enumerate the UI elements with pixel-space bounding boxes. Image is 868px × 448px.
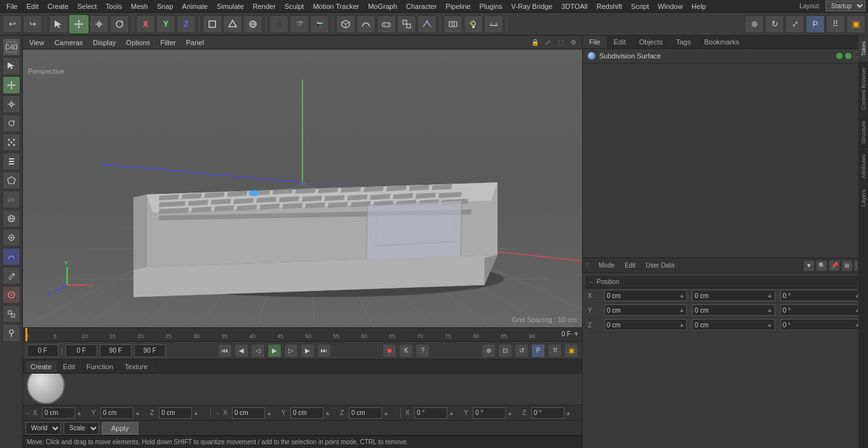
menu-sculpt[interactable]: Sculpt (281, 1, 308, 11)
menu-plugins[interactable]: Plugins (475, 1, 506, 11)
light-button[interactable] (464, 15, 483, 33)
palette-button[interactable]: P (806, 15, 825, 33)
z-rot-arrow[interactable]: ▲ (767, 322, 773, 328)
menu-tools[interactable]: Tools (102, 1, 126, 11)
z-axis-button[interactable]: Z (177, 15, 196, 33)
bottom-tab-edit[interactable]: Edit (58, 361, 81, 372)
menu-animate[interactable]: Animate (179, 1, 212, 11)
vp-menu-cameras[interactable]: Cameras (52, 37, 86, 48)
prev-key-button[interactable]: ◁ (251, 344, 265, 358)
coord-ry-input[interactable] (290, 407, 323, 419)
render-mode-button[interactable]: ▣ (564, 344, 578, 358)
menu-select[interactable]: Select (74, 1, 101, 11)
menu-character[interactable]: Character (402, 1, 440, 11)
vp-menu-panel[interactable]: Panel (184, 37, 207, 48)
material-item-logitec[interactable]: Logitecl (27, 374, 65, 405)
bookmarks-tab[interactable]: Bookmarks (698, 36, 746, 48)
menu-pipeline[interactable]: Pipeline (442, 1, 474, 11)
objects-tab[interactable]: File (583, 36, 607, 48)
sidebar-rotate-btn[interactable] (3, 114, 20, 132)
object-visible-dot[interactable] (836, 53, 843, 59)
menu-help[interactable]: Help (688, 1, 710, 11)
sidebar-uvw-btn[interactable]: UV (3, 191, 20, 208)
world-space-dropdown[interactable]: World (25, 422, 61, 435)
next-frame-button[interactable]: ▶ (301, 344, 315, 358)
vp-move-icon[interactable]: ⤢ (543, 37, 553, 48)
bottom-tab-function[interactable]: Function (81, 361, 119, 372)
scale-obj-button[interactable]: ⤢ (785, 15, 804, 33)
object-list-item-subdivision[interactable]: Subdivision Surface ✓ (583, 49, 868, 64)
menu-script[interactable]: Script (627, 1, 653, 11)
edit-tab[interactable]: Edit (607, 36, 633, 48)
sidebar-shader-btn[interactable] (3, 286, 20, 304)
floor-button[interactable] (484, 15, 503, 33)
y-rot-arrow[interactable]: ▲ (767, 307, 773, 313)
vp-settings-icon[interactable]: ⚙ (568, 37, 578, 48)
model-mode-button[interactable] (223, 15, 242, 33)
layout-dropdown[interactable]: Startup (825, 1, 865, 11)
z-pos-arrow[interactable]: ▲ (679, 322, 684, 328)
rotate-tool-button[interactable] (110, 15, 129, 33)
coord-sy-input[interactable] (473, 407, 506, 419)
deformer-button[interactable] (417, 15, 437, 33)
move-obj-button[interactable]: ⊕ (745, 15, 764, 33)
vp-expand-icon[interactable]: ⬚ (555, 37, 566, 48)
sidebar-poly-btn[interactable] (3, 172, 20, 189)
render-active-button[interactable]: ▣ (846, 15, 865, 33)
sidebar-polygon-btn[interactable] (3, 305, 20, 323)
move-tool-button[interactable] (69, 15, 88, 33)
spline-button[interactable] (356, 15, 376, 33)
menu-simulate[interactable]: Simulate (213, 1, 248, 11)
preview-start-input[interactable] (100, 344, 132, 357)
y-pos-arrow[interactable]: ▲ (679, 307, 684, 313)
vtab-layers[interactable]: Layers (858, 184, 868, 212)
vp-lock-icon[interactable]: 🔒 (530, 37, 540, 48)
attr-edit-btn[interactable]: Edit (621, 261, 639, 270)
mode-button[interactable]: ⊡ (498, 344, 512, 358)
coord-y-input[interactable] (100, 407, 133, 419)
record-button[interactable]: ⏺ (383, 344, 397, 358)
menu-edit[interactable]: Edit (23, 1, 43, 11)
vtab-content-browser[interactable]: Content Browser (858, 62, 868, 115)
menu-mograph[interactable]: MoGraph (364, 1, 401, 11)
palette-key-button[interactable]: P (531, 344, 545, 358)
vp-menu-display[interactable]: Display (90, 37, 118, 48)
coord-sx-input[interactable] (414, 407, 447, 419)
current-frame-input[interactable] (27, 344, 58, 357)
select-tool-button[interactable] (49, 15, 68, 33)
help-button[interactable]: ? (416, 344, 430, 358)
redo-button[interactable]: ↪ (23, 15, 42, 33)
menu-3dtoall[interactable]: 3DTOAll (557, 1, 591, 11)
menu-redshift[interactable]: Redshift (593, 1, 626, 11)
strip-mode-button[interactable]: ⠿ (548, 344, 562, 358)
sidebar-select-btn[interactable] (3, 57, 20, 75)
tags-tab[interactable]: Tags (670, 36, 698, 48)
cube-button[interactable] (336, 15, 355, 33)
bottom-tab-create[interactable]: Create (25, 361, 57, 372)
coord-x-input[interactable] (42, 407, 75, 419)
multi-select-button[interactable]: ⊕ (482, 344, 496, 358)
material-thumbnail[interactable] (27, 374, 65, 404)
scene-tab[interactable]: Objects (633, 36, 670, 48)
coord-rz-input[interactable] (349, 407, 382, 419)
transform-mode-dropdown[interactable]: Scale (64, 422, 99, 435)
menu-window[interactable]: Window (654, 1, 686, 11)
coord-rx-input[interactable] (232, 407, 265, 419)
sidebar-texture-btn[interactable] (3, 210, 20, 227)
y-axis-button[interactable]: Y (156, 15, 175, 33)
x-scale-field[interactable]: 0 ° ▲ (780, 290, 863, 301)
vtab-takes[interactable]: Takes (858, 36, 868, 62)
play-button[interactable]: ▶ (268, 344, 281, 358)
vtab-attributes[interactable]: Attributes (858, 149, 868, 184)
go-end-button[interactable]: ⏭ (317, 344, 331, 358)
sidebar-sculpt-btn[interactable] (3, 248, 20, 266)
y-pos-field[interactable]: 0 cm ▲ (604, 304, 687, 316)
timeline[interactable]: 0 5 10 15 20 25 30 35 40 45 50 55 60 65 … (23, 327, 582, 341)
scale-tool-button[interactable] (90, 15, 109, 33)
object-render-dot[interactable] (845, 53, 851, 59)
menu-render[interactable]: Render (249, 1, 280, 11)
bottom-tab-texture[interactable]: Texture (119, 361, 153, 372)
sidebar-pin-btn[interactable] (3, 324, 20, 342)
coord-z-input[interactable] (159, 407, 192, 419)
render-button[interactable]: 📷 (310, 15, 329, 33)
